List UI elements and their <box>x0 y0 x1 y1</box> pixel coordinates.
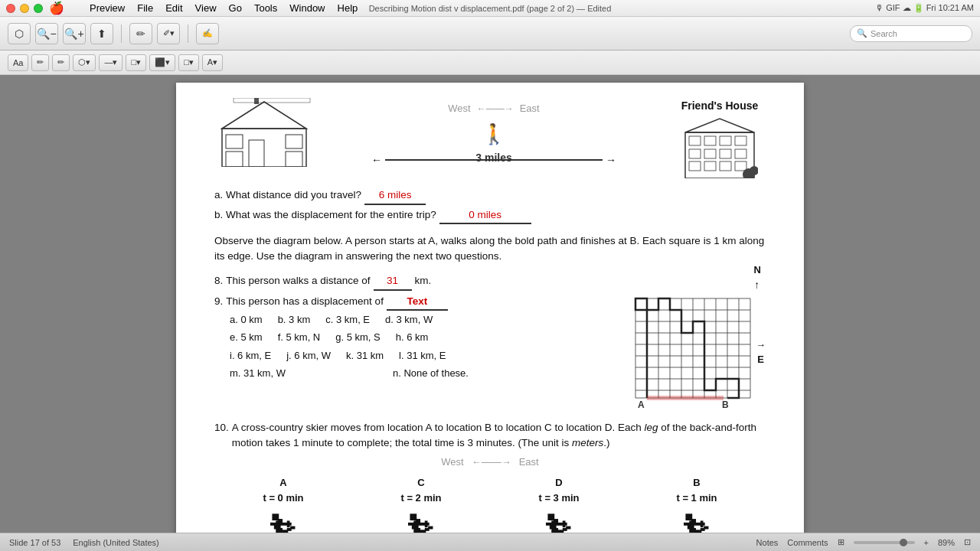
west-label-2: West <box>441 455 463 470</box>
sketch-button[interactable]: ✏ <box>31 54 49 71</box>
shapes-button[interactable]: ⬡▾ <box>73 54 96 71</box>
search-box[interactable]: 🔍 Search <box>850 25 972 42</box>
traffic-lights <box>6 4 43 13</box>
maximize-button[interactable] <box>34 4 43 13</box>
question-10: 10. A cross-country skier moves from loc… <box>214 420 766 533</box>
zoom-out-button[interactable]: 🔍− <box>35 23 58 44</box>
q8-units: km. <box>415 273 432 289</box>
menu-go[interactable]: Go <box>224 1 247 15</box>
mc-j: j. 6 km, W <box>286 347 331 364</box>
mc-e: e. 5 km <box>230 328 263 346</box>
menu-view[interactable]: View <box>190 1 222 15</box>
titlebar-right: 🎙 GIF ☁ 🔋 Fri 10:21 AM <box>875 3 974 13</box>
svg-marker-1 <box>222 102 306 129</box>
search-icon: 🔍 <box>857 28 867 38</box>
svg-rect-19 <box>735 149 746 158</box>
annotation-toolbar: Aa ✏ ✏ ⬡▾ —▾ □▾ ⬛▾ □▾ A▾ <box>0 51 980 75</box>
mc-n: n. None of these. <box>393 364 469 382</box>
nav-back-button[interactable]: ⬡ <box>8 23 31 44</box>
mc-row-2: e. 5 km f. 5 km, N g. 5 km, S h. 6 km <box>230 328 624 346</box>
west-label: West <box>448 101 470 116</box>
rect-button[interactable]: □▾ <box>126 54 146 71</box>
friends-house-label: Friend's House <box>674 98 766 114</box>
skier-a-label: A <box>279 475 286 491</box>
titlebar: 🍎 Preview File Edit View Go Tools Window… <box>0 0 980 17</box>
skier-c: C t = 2 min ⛷ <box>400 475 441 533</box>
svg-rect-23 <box>735 161 746 171</box>
skier-b: B t = 1 min ⛷ <box>676 475 717 533</box>
menu-edit[interactable]: Edit <box>160 1 188 15</box>
mc-k: k. 31 km <box>346 347 384 364</box>
menu-preview[interactable]: Preview <box>84 1 130 15</box>
q8-number: 8. <box>214 273 223 289</box>
compass-n: N <box>632 262 766 278</box>
menu-help[interactable]: Help <box>332 1 364 15</box>
svg-rect-17 <box>704 149 716 158</box>
svg-rect-6 <box>286 152 302 167</box>
highlighter-button[interactable]: ✏ <box>52 54 70 71</box>
mc-l: l. 31 km, E <box>399 347 446 364</box>
text-color-button[interactable]: A▾ <box>202 54 223 71</box>
zoom-in-button[interactable]: 🔍+ <box>63 23 86 44</box>
skier-d-icon: ⛷ <box>544 505 573 533</box>
menu-file[interactable]: File <box>132 1 158 15</box>
close-button[interactable] <box>6 4 15 13</box>
svg-rect-15 <box>735 136 746 145</box>
question-b: b. What was the displacement for the ent… <box>214 207 766 224</box>
home-house <box>214 98 314 171</box>
menu-tools[interactable]: Tools <box>249 1 283 15</box>
share-button[interactable]: ⬆ <box>90 23 113 44</box>
language-info: English (United States) <box>73 538 159 547</box>
mc-g: g. 5 km, S <box>335 328 381 346</box>
questions-and-grid: 8. This person walks a distance of 31 km… <box>214 270 766 409</box>
friends-house: Friend's House <box>674 98 766 183</box>
svg-rect-18 <box>720 149 731 158</box>
comments-button[interactable]: Comments <box>787 538 828 547</box>
skier-b-time: t = 1 min <box>676 491 717 506</box>
house-svg <box>214 98 314 167</box>
skier-compass: West ←——→ East <box>214 455 766 470</box>
mc-row-4: m. 31 km, W n. None of these. <box>230 364 624 382</box>
svg-marker-11 <box>685 119 754 132</box>
text-style-button[interactable]: Aa <box>8 54 28 71</box>
line-button[interactable]: —▾ <box>99 54 122 71</box>
walker-icon: 🚶 <box>482 119 506 149</box>
mc-a: a. 0 km <box>230 311 263 328</box>
fullscreen-button[interactable]: ⊡ <box>964 537 971 547</box>
fill-button[interactable]: □▾ <box>178 54 199 71</box>
qa-answer: 6 miles <box>364 187 426 204</box>
search-placeholder: Search <box>871 29 897 38</box>
question-8: 8. This person walks a distance of 31 km… <box>214 273 624 290</box>
color-button[interactable]: ⬛▾ <box>149 54 175 71</box>
question-9: 9. This person has a displacement of Tex… <box>214 294 624 383</box>
notes-button[interactable]: Notes <box>756 538 779 547</box>
menu-window[interactable]: Window <box>284 1 330 15</box>
pen-tool-2[interactable]: ✐▾ <box>157 23 180 44</box>
mc-b: b. 3 km <box>278 311 311 328</box>
q9-answer-text[interactable]: Text <box>387 294 448 311</box>
skier-row: A t = 0 min ⛷ C t = 2 min ⛷ D t = 3 min … <box>214 475 766 533</box>
sign-button[interactable]: ✍ <box>196 23 219 44</box>
svg-rect-21 <box>704 161 716 171</box>
mc-c: c. 3 km, E <box>325 311 370 328</box>
mc-i: i. 6 km, E <box>230 347 271 364</box>
minimize-button[interactable] <box>20 4 29 13</box>
skier-d: D t = 3 min ⛷ <box>538 475 579 533</box>
qb-label: b. What was the displacement for the ent… <box>214 207 436 223</box>
skier-b-icon: ⛷ <box>682 505 711 533</box>
zoom-slider[interactable] <box>854 541 915 544</box>
divider-1 <box>121 24 122 43</box>
svg-rect-5 <box>226 152 243 167</box>
q9-text: This person has a displacement of <box>226 294 384 309</box>
mc-row-3: i. 6 km, E j. 6 km, W k. 31 km l. 31 km,… <box>230 347 624 364</box>
svg-rect-22 <box>720 161 731 171</box>
zoom-level: 89% <box>938 538 955 547</box>
mc-h: h. 6 km <box>396 328 429 346</box>
mc-f: f. 5 km, N <box>278 328 321 346</box>
apple-icon: 🍎 <box>49 1 64 15</box>
pen-tool[interactable]: ✏ <box>129 23 152 44</box>
q10-text: A cross-country skier moves from locatio… <box>232 420 766 452</box>
q8-answer: 31 <box>374 273 412 290</box>
mc-row-1: a. 0 km b. 3 km c. 3 km, E d. 3 km, W <box>230 311 624 328</box>
skier-c-icon: ⛷ <box>407 505 436 533</box>
